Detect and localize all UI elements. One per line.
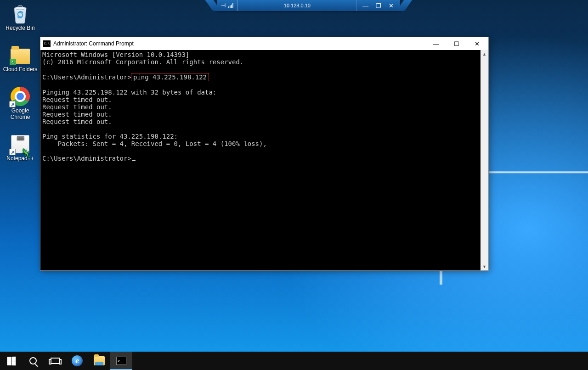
window-title: Administrator: Command Prompt: [53, 40, 425, 47]
folder-icon: ↻: [10, 45, 30, 65]
scrollbar[interactable]: ▲ ▼: [481, 50, 488, 270]
windows-logo-icon: [7, 356, 16, 365]
desktop-icon-google-chrome[interactable]: ↗ Google Chrome: [3, 86, 38, 120]
taskbar-app-file-explorer[interactable]: [88, 352, 110, 370]
remote-minimize-button[interactable]: —: [361, 2, 371, 9]
start-button[interactable]: [0, 352, 22, 370]
terminal-area[interactable]: Microsoft Windows [Version 10.0.14393] (…: [40, 50, 488, 270]
notepad-plus-plus-icon: ━━━━━━━━━↗: [10, 134, 30, 154]
file-explorer-icon: [94, 356, 105, 365]
search-icon: [29, 357, 37, 364]
taskbar-app-command-prompt[interactable]: >_: [110, 352, 132, 370]
remote-restore-button[interactable]: ❐: [373, 2, 384, 9]
svg-point-0: [14, 7, 26, 10]
signal-icon: [228, 3, 233, 8]
desktop-icon-label: Cloud Folders: [3, 66, 38, 73]
scroll-up-button[interactable]: ▲: [481, 50, 488, 58]
remote-close-button[interactable]: ✕: [386, 2, 396, 9]
close-button[interactable]: ✕: [467, 37, 487, 50]
minimize-button[interactable]: —: [425, 37, 446, 50]
highlighted-command: ping 43.225.198.122: [131, 73, 209, 81]
scroll-down-button[interactable]: ▼: [481, 263, 488, 270]
desktop-icon-label: Google Chrome: [3, 107, 38, 120]
ie-icon: [72, 355, 83, 366]
scroll-track[interactable]: [481, 58, 488, 263]
task-view-button[interactable]: [44, 352, 66, 370]
cmd-icon: >_: [116, 357, 126, 365]
remote-pin-button[interactable]: ⊣: [217, 0, 237, 11]
desktop-icon-cloud-folders[interactable]: ↻ Cloud Folders: [3, 45, 38, 73]
search-button[interactable]: [22, 352, 44, 370]
task-view-icon: [51, 358, 60, 364]
desktop-icon-label: Recycle Bin: [6, 25, 34, 31]
remote-ip-label: 10.128.0.10: [237, 0, 357, 11]
taskbar-app-internet-explorer[interactable]: [66, 352, 88, 370]
taskbar: >_: [0, 352, 588, 370]
maximize-button[interactable]: ☐: [446, 37, 467, 50]
pin-icon: ⊣: [221, 2, 226, 9]
command-prompt-window: C:\ Administrator: Command Prompt — ☐ ✕ …: [40, 37, 489, 271]
titlebar[interactable]: C:\ Administrator: Command Prompt — ☐ ✕: [40, 37, 488, 50]
desktop: Recycle Bin ↻ Cloud Folders ↗ Google Chr…: [3, 4, 38, 162]
recycle-bin-icon: [10, 4, 30, 24]
terminal-output: Microsoft Windows [Version 10.0.14393] (…: [42, 51, 488, 162]
cmd-icon: C:\: [43, 40, 51, 47]
cursor: [132, 160, 136, 161]
chrome-icon: ↗: [10, 86, 30, 107]
desktop-icon-recycle-bin[interactable]: Recycle Bin: [3, 4, 38, 31]
desktop-icon-notepad-plus-plus[interactable]: ━━━━━━━━━↗ Notepad++: [3, 134, 38, 162]
remote-session-bar[interactable]: ⊣ 10.128.0.10 — ❐ ✕: [217, 0, 400, 11]
